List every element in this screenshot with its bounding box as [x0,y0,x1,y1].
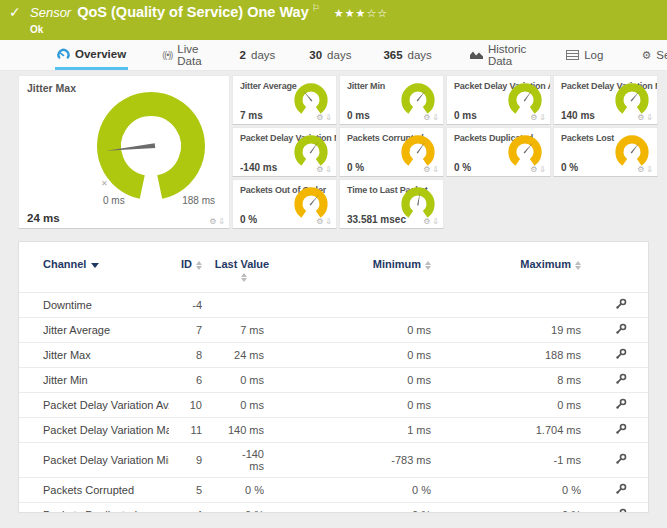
sensor-status-text: Ok [30,24,43,35]
gear-icon[interactable]: ⚙ [423,218,430,226]
gauge-dial [293,186,329,222]
sort-desc-icon [91,263,99,268]
gauge-tile-packets-corrupted[interactable]: Packets Corrupted 0 % ⚙⇩ [339,127,444,177]
pin-icon[interactable]: ⇩ [432,166,439,174]
tab-settings-label: Settings [656,49,667,61]
tab-365-days[interactable]: 365 days [381,40,433,70]
table-row-packets-corrupted[interactable]: Packets Corrupted 5 0 % 0 % 0 % [19,478,648,503]
column-header-id[interactable]: ID [169,242,214,293]
gauge-value: 0 % [347,162,364,173]
gauge-tile-packets-lost[interactable]: Packets Lost 0 % ⚙⇩ [553,127,658,177]
gear-icon[interactable]: ⚙ [316,218,323,226]
column-header-minimum[interactable]: Minimum [276,242,443,293]
table-row-pdv-min[interactable]: Packet Delay Variation Min 9 -140 ms -78… [19,443,648,478]
table-row-jitter-average[interactable]: Jitter Average 7 7 ms 0 ms 19 ms [19,318,648,343]
gauge-min-marker-icon: ✕ [101,179,108,188]
pin-icon[interactable]: ⇩ [646,114,653,122]
tab-30-days[interactable]: 30 days [307,40,353,70]
tab-30-days-number: 30 [309,49,322,61]
pin-icon[interactable]: ⇩ [539,166,546,174]
gauge-scale-max: 188 ms [182,195,215,206]
gauge-value: -140 ms [240,162,277,173]
table-row-packets-duplicated[interactable]: Packets Duplicated 4 0 % 0 % 0 % [19,503,648,514]
sort-icon [196,261,202,270]
channel-maximum: 0 % [443,503,593,514]
gear-icon[interactable]: ⚙ [423,114,430,122]
edit-channel-icon[interactable] [615,483,627,495]
table-row-jitter-max[interactable]: Jitter Max 8 24 ms 0 ms 188 ms [19,343,648,368]
table-row-pdv-max[interactable]: Packet Delay Variation Max 11 140 ms 1 m… [19,418,648,443]
channel-maximum: 0 ms [443,393,593,418]
ok-check-icon: ✓ [9,4,21,20]
gauge-tile-jitter-average[interactable]: Jitter Average 7 ms ⚙⇩ [232,75,337,125]
table-row-pdv-average[interactable]: Packet Delay Variation Av... 10 0 ms 0 m… [19,393,648,418]
gear-icon[interactable]: ⚙ [423,166,430,174]
gear-icon[interactable]: ⚙ [530,114,537,122]
historic-chart-icon [470,50,483,60]
gauge-tile-pdv-average[interactable]: Packet Delay Variation Average 0 ms ⚙⇩ [446,75,551,125]
edit-channel-icon[interactable] [615,373,627,385]
column-header-channel-label: Channel [43,258,86,270]
pin-icon[interactable]: ⇩ [432,114,439,122]
channel-maximum: 19 ms [443,318,593,343]
pin-icon[interactable]: ⇩ [325,166,332,174]
tab-live-data[interactable]: ((•)) Live Data [160,40,203,70]
gauge-tile-pdv-max[interactable]: Packet Delay Variation Max 140 ms ⚙⇩ [553,75,658,125]
gear-icon[interactable]: ⚙ [316,114,323,122]
gear-icon[interactable]: ⚙ [209,218,216,226]
edit-channel-icon[interactable] [615,398,627,410]
gauge-tile-jitter-min[interactable]: Jitter Min 0 ms ⚙⇩ [339,75,444,125]
channel-last-value: 0 ms [214,393,276,418]
column-header-maximum[interactable]: Maximum [443,242,593,293]
tab-overview[interactable]: Overview [55,40,128,70]
pin-icon[interactable]: ⇩ [432,218,439,226]
gauge-dial [614,134,650,170]
channel-last-value: 7 ms [214,318,276,343]
gauge-tile-jitter-max[interactable]: Jitter Max ✕ 0 ms 188 ms 24 ms ⚙ ⇩ [18,75,230,229]
sort-icon [425,261,431,270]
column-header-channel[interactable]: Channel [19,242,169,293]
edit-channel-icon[interactable] [615,508,627,513]
gauge-value: 0 % [561,162,578,173]
edit-channel-icon[interactable] [615,348,627,360]
tab-log[interactable]: Log [564,40,605,70]
channel-name: Packets Corrupted [19,478,169,503]
pin-icon[interactable]: ⇩ [218,218,225,226]
gauge-tile-time-to-last-packet[interactable]: Time to Last Packet 33.581 msec ⚙⇩ [339,179,444,229]
priority-stars[interactable]: ★★★☆☆ [334,7,388,20]
gear-icon[interactable]: ⚙ [530,166,537,174]
channel-minimum: -783 ms [276,443,443,478]
channel-maximum: -1 ms [443,443,593,478]
gauge-value: 7 ms [240,110,263,121]
edit-channel-icon[interactable] [615,298,627,310]
gauge-value: 24 ms [27,212,60,224]
pin-icon[interactable]: ⇩ [646,166,653,174]
tab-2-days[interactable]: 2 days [238,40,278,70]
gear-icon[interactable]: ⚙ [637,166,644,174]
channel-id: 10 [169,393,214,418]
tab-live-data-label: Live Data [177,43,201,67]
gear-icon[interactable]: ⚙ [316,166,323,174]
channel-minimum: 0 % [276,478,443,503]
channel-name: Packet Delay Variation Av... [19,393,169,418]
gauge-scale-min: 0 ms [103,195,125,206]
pin-icon[interactable]: ⇩ [325,114,332,122]
tab-historic-data[interactable]: Historic Data [468,40,528,70]
flag-icon[interactable]: ⚐ [312,3,320,13]
table-row-downtime[interactable]: Downtime -4 [19,293,648,318]
gear-icon[interactable]: ⚙ [637,114,644,122]
edit-channel-icon[interactable] [615,323,627,335]
column-header-last-value[interactable]: Last Value [214,242,276,293]
gauge-tile-packets-out-of-order[interactable]: Packets Out of Order 0 % ⚙⇩ [232,179,337,229]
gauge-tile-pdv-min[interactable]: Packet Delay Variation Min -140 ms ⚙⇩ [232,127,337,177]
channel-name: Jitter Average [19,318,169,343]
channel-name: Packets Duplicated [19,503,169,514]
tab-settings[interactable]: ⚙ Settings [639,40,667,70]
edit-channel-icon[interactable] [615,423,627,435]
pin-icon[interactable]: ⇩ [325,218,332,226]
edit-channel-icon[interactable] [615,453,627,465]
gauge-tile-packets-duplicated[interactable]: Packets Duplicated 0 % ⚙⇩ [446,127,551,177]
table-row-jitter-min[interactable]: Jitter Min 6 0 ms 0 ms 8 ms [19,368,648,393]
pin-icon[interactable]: ⇩ [539,114,546,122]
channel-minimum: 1 ms [276,418,443,443]
